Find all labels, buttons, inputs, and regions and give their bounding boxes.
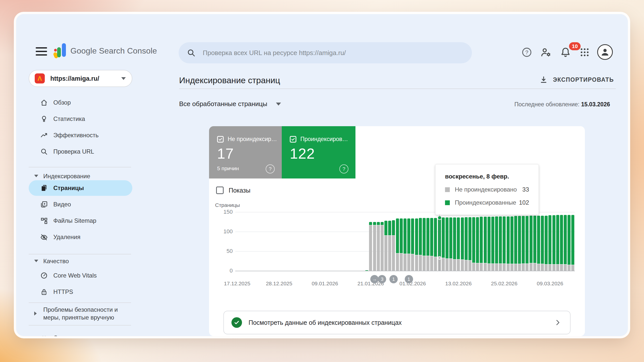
link-icon bbox=[40, 334, 48, 336]
apps-grid-icon[interactable] bbox=[579, 46, 591, 58]
search-input[interactable] bbox=[202, 49, 455, 57]
sidebar-item-removals[interactable]: Удаления bbox=[29, 230, 132, 245]
divider bbox=[29, 302, 131, 303]
chart-annotation-marker[interactable]: 1 bbox=[389, 275, 398, 283]
sidebar-item-insights[interactable]: Статистика bbox=[29, 111, 132, 126]
sidebar-item-videos[interactable]: Видео bbox=[29, 197, 132, 212]
x-axis-line bbox=[235, 271, 575, 271]
home-icon bbox=[40, 98, 48, 107]
sidebar-item-pages[interactable]: Страницы bbox=[29, 180, 132, 196]
lightbulb-icon bbox=[40, 115, 48, 123]
chevron-down-icon bbox=[34, 175, 41, 177]
tooltip-row: Не проиндексировано 33 bbox=[445, 186, 529, 193]
chevron-right-icon[interactable] bbox=[554, 319, 561, 326]
url-inspection-searchbar[interactable] bbox=[179, 42, 472, 63]
chart-annotation-marker[interactable]: 1 bbox=[405, 275, 413, 283]
x-axis-label: 25.02.2026 bbox=[483, 281, 526, 287]
hover-point-not-indexed bbox=[438, 256, 441, 260]
sidebar-item-performance[interactable]: Эффективность bbox=[29, 128, 132, 143]
search-icon bbox=[40, 147, 48, 156]
x-axis-label: 01.02.2026 bbox=[391, 281, 434, 287]
chart-annotation-marker[interactable]: → bbox=[370, 275, 379, 283]
property-selector[interactable]: Λ https://amiga.ru/ bbox=[29, 70, 132, 87]
avatar[interactable] bbox=[597, 44, 613, 60]
chevron-down-icon bbox=[276, 103, 281, 106]
view-indexed-pages-banner[interactable]: Посмотреть данные об индексированных стр… bbox=[223, 311, 571, 334]
processed-pages-filter-dropdown[interactable]: Все обработанные страницы bbox=[179, 100, 281, 108]
menu-hamburger-icon[interactable] bbox=[36, 47, 47, 56]
export-button[interactable]: ЭКСПОРТИРОВАТЬ bbox=[539, 75, 614, 84]
divider bbox=[29, 167, 131, 167]
sidebar-item-core-web-vitals[interactable]: Core Web Vitals bbox=[29, 268, 132, 283]
index-report-panel: Не проиндексир… 17 5 причин ? Проиндекси… bbox=[209, 126, 585, 336]
chevron-right-icon bbox=[34, 311, 41, 315]
lock-icon bbox=[40, 288, 48, 296]
sidebar-section-experience[interactable]: Качество bbox=[29, 253, 132, 268]
search-icon bbox=[187, 48, 196, 57]
tooltip-row: Проиндексированные 102 bbox=[445, 199, 529, 206]
last-update: Последнее обновление: 15.03.2026 bbox=[514, 101, 610, 108]
sidebar-item-sitemaps[interactable]: Файлы Sitemap bbox=[29, 213, 132, 228]
eye-off-icon bbox=[40, 233, 48, 241]
gauge-icon bbox=[40, 271, 48, 280]
video-pages-icon bbox=[40, 200, 48, 209]
y-axis-label: 0 bbox=[212, 267, 233, 274]
y-axis-title: Страницы bbox=[215, 202, 240, 208]
sidebar-item-https[interactable]: HTTPS bbox=[29, 284, 132, 299]
y-axis-label: 50 bbox=[212, 248, 233, 254]
chevron-down-icon bbox=[121, 77, 126, 80]
property-favicon: Λ bbox=[35, 73, 45, 83]
download-icon bbox=[539, 75, 548, 84]
page-title: Индексирование страниц bbox=[179, 75, 280, 85]
desktop-background: Google Search Console ? bbox=[0, 0, 644, 362]
x-axis-label: 21.01.2026 bbox=[349, 281, 392, 287]
x-axis-label: 17.12.2025 bbox=[216, 281, 259, 287]
y-axis-label: 100 bbox=[212, 228, 233, 235]
sidebar-item-links[interactable]: Ссылки bbox=[29, 330, 132, 336]
hover-guideline bbox=[439, 215, 440, 271]
sitemap-icon bbox=[40, 216, 48, 225]
y-axis-label: 150 bbox=[212, 209, 233, 215]
x-axis-label: 13.02.2026 bbox=[437, 281, 480, 287]
green-swatch-icon bbox=[445, 200, 450, 205]
tooltip-date: воскресенье, 8 февр. bbox=[445, 173, 539, 180]
divider bbox=[29, 325, 131, 326]
pages-icon bbox=[40, 184, 48, 192]
help-icon[interactable]: ? bbox=[521, 46, 533, 58]
hover-point-indexed bbox=[437, 216, 442, 220]
chart-tooltip: воскресенье, 8 февр. Не проиндексировано… bbox=[435, 164, 539, 215]
app-window: Google Search Console ? bbox=[16, 14, 628, 336]
chevron-down-icon bbox=[34, 260, 41, 262]
x-axis-label: 09.03.2026 bbox=[529, 281, 571, 287]
sidebar-item-url-inspection[interactable]: Проверка URL bbox=[29, 144, 132, 159]
property-url: https://amiga.ru/ bbox=[50, 75, 99, 82]
index-chart: Страницы 150 100 50 0 17.12.202528.12.20… bbox=[209, 126, 585, 336]
svg-text:?: ? bbox=[525, 49, 528, 56]
sidebar-item-security-manual-actions[interactable]: Проблемы безопасности и меры, принятые в… bbox=[29, 306, 132, 321]
search-console-logo-icon bbox=[54, 43, 66, 59]
x-axis-label: 09.01.2026 bbox=[303, 281, 346, 287]
trending-up-icon bbox=[40, 131, 48, 140]
divider bbox=[179, 88, 616, 89]
last-update-date: 15.03.2026 bbox=[581, 101, 610, 108]
sidebar-item-overview[interactable]: Обзор bbox=[29, 95, 132, 110]
x-axis-label: 28.12.2025 bbox=[258, 281, 300, 287]
check-circle-icon bbox=[231, 317, 242, 328]
user-settings-icon[interactable] bbox=[540, 46, 552, 58]
gray-swatch-icon bbox=[445, 187, 450, 192]
app-title: Google Search Console bbox=[70, 46, 157, 56]
